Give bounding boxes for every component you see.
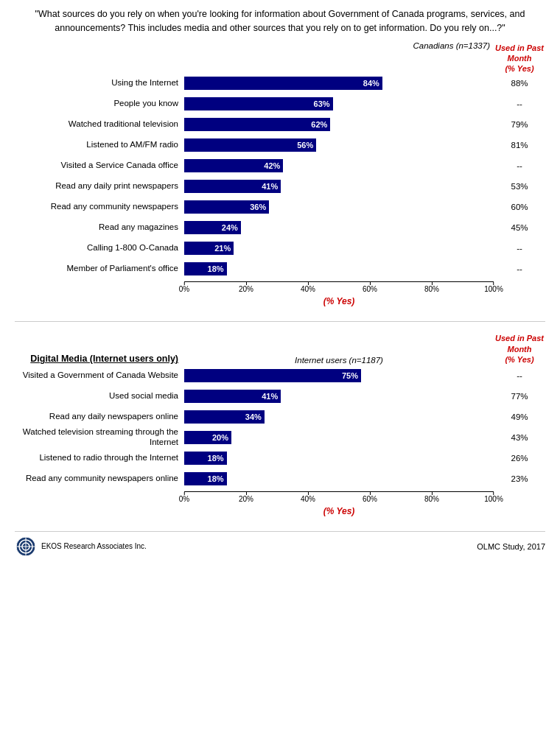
past-month-value: 45%	[494, 223, 545, 232]
bar-container: 36%	[184, 199, 494, 215]
bar-percentage: 63%	[314, 99, 330, 108]
table-row: Read any community newspapers online18%2…	[15, 471, 545, 487]
bar-container: 34%	[184, 409, 494, 425]
axis-tick: 60%	[363, 492, 377, 503]
bar-label: People you know	[15, 99, 184, 109]
table-row: Watched traditional television62%79%	[15, 116, 545, 133]
bar: 62%	[184, 118, 330, 131]
bar: 42%	[184, 159, 283, 172]
table-row: Visited a Service Canada office42%--	[15, 158, 545, 174]
bar: 34%	[184, 410, 265, 424]
bar-container: 21%	[184, 240, 494, 256]
chart1-section: Canadians (n=1337) Used in Past Month(% …	[15, 43, 545, 307]
bar-label: Read any daily print newspapers	[15, 181, 184, 192]
chart1-bars: Using the Internet84%88%People you know6…	[15, 75, 545, 277]
bar: 20%	[184, 431, 231, 444]
axis-tick: 20%	[239, 282, 253, 293]
chart1-axis-label: (% Yes)	[184, 296, 494, 306]
bar-percentage: 24%	[222, 223, 238, 232]
past-month-value: 77%	[494, 392, 545, 401]
axis-tick: 80%	[424, 492, 439, 503]
bar: 63%	[184, 97, 333, 110]
chart2-axis: 0%20%40%60%80%100%	[15, 491, 545, 505]
axis-tick: 80%	[424, 282, 439, 293]
table-row: Member of Parliament's office18%--	[15, 261, 545, 277]
bar-label: Member of Parliament's office	[15, 264, 184, 274]
chart2-bars: Visited a Government of Canada Website75…	[15, 368, 545, 487]
chart1-past-month-header: Used in Past Month(% Yes)	[494, 43, 545, 74]
past-month-value: 49%	[494, 412, 545, 421]
bar-label: Read any community newspapers	[15, 202, 184, 212]
bar-percentage: 18%	[208, 474, 224, 483]
past-month-value: --	[494, 264, 545, 273]
bar-container: 63%	[184, 96, 494, 112]
footer: EKOS Research Associates Inc. OLMC Study…	[15, 531, 545, 558]
past-month-value: 23%	[494, 474, 545, 483]
past-month-value: 53%	[494, 182, 545, 191]
bar-percentage: 62%	[311, 120, 327, 129]
bar-percentage: 84%	[363, 79, 379, 88]
table-row: Using the Internet84%88%	[15, 75, 545, 91]
table-row: Read any community newspapers36%60%	[15, 199, 545, 215]
bar-percentage: 34%	[245, 412, 262, 421]
bar-label: Read any daily newspapers online	[15, 412, 184, 422]
bar-percentage: 20%	[212, 433, 228, 442]
bar-percentage: 75%	[342, 371, 358, 380]
bar-label: Calling 1-800 O-Canada	[15, 243, 184, 253]
axis-tick: 100%	[484, 282, 503, 293]
bar-container: 41%	[184, 388, 494, 404]
axis-tick: 40%	[301, 492, 315, 503]
table-row: Read any daily print newspapers41%53%	[15, 178, 545, 194]
table-row: Used social media41%77%	[15, 388, 545, 404]
table-row: Listened to AM/FM radio56%81%	[15, 137, 545, 153]
bar: 24%	[184, 221, 241, 234]
past-month-value: 43%	[494, 433, 545, 442]
bar-label: Used social media	[15, 391, 184, 401]
chart2-axis-label-row: (% Yes)	[15, 506, 545, 516]
footer-logo-area: EKOS Research Associates Inc.	[15, 535, 147, 558]
bar-container: 20%	[184, 429, 494, 446]
chart1-axis-label-row: (% Yes)	[15, 296, 545, 306]
chart2-header-row: Digital Media (Internet users only) Inte…	[15, 333, 545, 365]
bar-label: Visited a Service Canada office	[15, 161, 184, 171]
bar-container: 84%	[184, 75, 494, 91]
bar: 41%	[184, 390, 281, 403]
bar-label: Visited a Government of Canada Website	[15, 371, 184, 381]
chart2-past-month-header: Used in Past Month(% Yes)	[494, 333, 545, 365]
bar-percentage: 18%	[208, 454, 224, 463]
chart2-axis-label: (% Yes)	[184, 506, 494, 516]
bar-label: Read any community newspapers online	[15, 474, 184, 484]
past-month-value: 88%	[494, 79, 545, 88]
bar-percentage: 18%	[208, 264, 224, 273]
bar-container: 42%	[184, 158, 494, 174]
table-row: Visited a Government of Canada Website75…	[15, 368, 545, 384]
bar: 21%	[184, 242, 234, 255]
bar-label: Listened to radio through the Internet	[15, 453, 184, 463]
past-month-value: 26%	[494, 454, 545, 463]
past-month-value: --	[494, 371, 545, 380]
axis-tick: 20%	[239, 492, 253, 503]
page-container: "What sources do you rely on when you're…	[15, 7, 545, 558]
past-month-value: --	[494, 161, 545, 170]
bar-container: 18%	[184, 450, 494, 466]
bar-percentage: 41%	[262, 392, 278, 401]
bar-percentage: 42%	[264, 161, 280, 170]
bar-label: Using the Internet	[15, 78, 184, 88]
past-month-value: 79%	[494, 120, 545, 129]
table-row: People you know63%--	[15, 96, 545, 112]
chart2-sample-label: Internet users (n=1187)	[184, 356, 494, 365]
table-row: Watched television streaming through the…	[15, 429, 545, 446]
chart-title: "What sources do you rely on when you're…	[15, 7, 545, 35]
bar-container: 18%	[184, 471, 494, 487]
section-divider	[15, 321, 545, 322]
bar-label: Watched traditional television	[15, 119, 184, 130]
bar-label: Read any magazines	[15, 222, 184, 233]
bar: 18%	[184, 262, 227, 275]
past-month-value: 81%	[494, 141, 545, 150]
bar: 41%	[184, 180, 281, 193]
bar-percentage: 56%	[297, 141, 313, 150]
axis-tick: 0%	[179, 282, 189, 293]
bar-container: 75%	[184, 368, 494, 384]
bar-container: 62%	[184, 116, 494, 133]
bar-container: 18%	[184, 261, 494, 277]
